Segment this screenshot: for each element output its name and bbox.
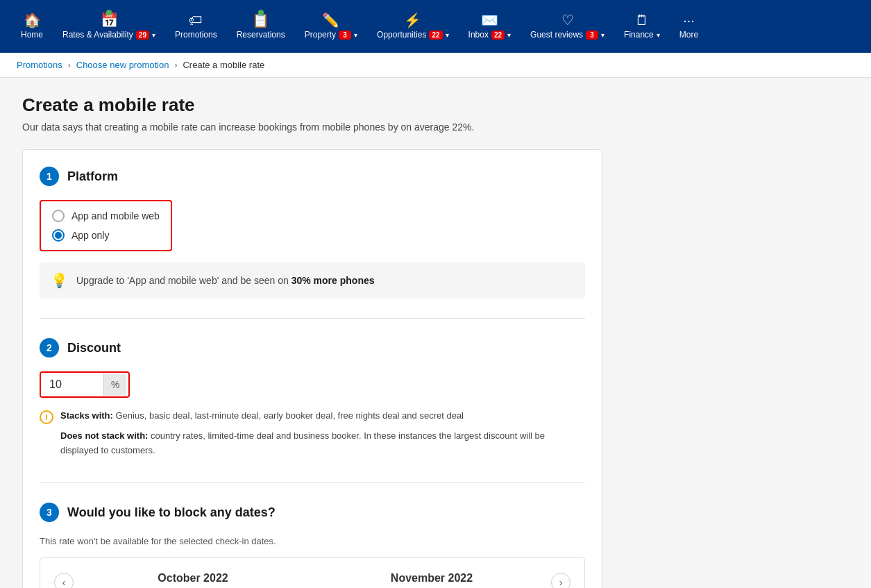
section-divider-2 [40,482,585,483]
nav-finance[interactable]: 🗒 Finance ▾ [614,0,670,53]
calendar-prev-button[interactable]: ‹ [54,573,74,588]
rates-chevron: ▾ [152,31,155,39]
platform-section-header: 1 Platform [40,167,585,186]
stacks-with-label: Stacks with: [60,410,113,421]
more-icon: ··· [683,13,695,27]
reservations-icon: 📋 [252,13,269,27]
nav-promotions[interactable]: 🏷 Promotions [165,0,227,53]
upgrade-box: 💡 Upgrade to 'App and mobile web' and be… [40,262,585,299]
block-dates-title: Would you like to block any dates? [67,505,276,520]
month2-title: November 2022 [323,572,540,585]
nav-home[interactable]: 🏠 Home [11,0,53,53]
discount-title: Discount [67,341,121,355]
nav-opportunities-label: Opportunities 22 ▾ [377,30,449,40]
radio-app-only-label: App only [71,230,109,241]
discount-info-text: Stacks with: Genius, basic deal, last-mi… [60,409,585,463]
info-icon: i [40,410,53,424]
form-card: 1 Platform App and mobile web App only 💡… [22,149,602,588]
month1-title: October 2022 [85,572,301,585]
discount-input-wrapper: % [40,371,130,398]
breadcrumb-sep-1: › [68,60,71,70]
promotions-icon: 🏷 [189,13,203,27]
nav-rates[interactable]: 📅 Rates & Availability 29 ▾ [53,0,165,53]
nav-finance-label: Finance ▾ [624,30,660,40]
platform-radio-group: App and mobile web App only [40,200,172,251]
nav-rates-label: Rates & Availability 29 ▾ [62,30,155,40]
discount-suffix: % [103,373,126,396]
nav-home-label: Home [21,30,43,40]
nav-guest-reviews[interactable]: ♡ Guest reviews 3 ▾ [521,0,614,53]
guest-reviews-icon: ♡ [561,13,574,27]
main-content: Create a mobile rate Our data says that … [0,78,625,588]
nav-opportunities[interactable]: ⚡ Opportunities 22 ▾ [367,0,459,53]
breadcrumb-sep-2: › [174,60,177,70]
nav-promotions-label: Promotions [175,30,217,40]
discount-section-header: 2 Discount [40,338,585,358]
block-dates-number: 3 [40,503,59,522]
block-dates-section-header: 3 Would you like to block any dates? [40,503,585,522]
inbox-icon: ✉️ [481,13,498,27]
home-icon: 🏠 [24,13,41,27]
nav-inbox-label: Inbox 22 ▾ [468,30,511,40]
calendar-container: ‹ October 2022 November 2022 › Su Mo Tu … [40,557,585,588]
page-subtitle: Our data says that creating a mobile rat… [22,121,602,133]
platform-number: 1 [40,167,59,186]
upgrade-text: Upgrade to 'App and mobile web' and be s… [76,275,375,286]
discount-input[interactable] [41,373,103,396]
opportunities-chevron: ▾ [446,31,449,39]
radio-circle-app-mobile-web [52,210,65,222]
lightbulb-icon: 💡 [51,272,68,289]
breadcrumb-choose-promotion[interactable]: Choose new promotion [76,60,169,70]
page-title: Create a mobile rate [22,94,602,116]
property-chevron: ▾ [354,31,357,39]
breadcrumb-current: Create a mobile rate [183,60,264,70]
breadcrumb-promotions[interactable]: Promotions [17,60,62,70]
guest-reviews-badge: 3 [586,31,598,40]
nav-more-label: More [679,30,698,40]
nav-inbox[interactable]: ✉️ Inbox 22 ▾ [459,0,521,53]
property-icon: ✏️ [322,13,339,27]
radio-app-mobile-web[interactable]: App and mobile web [52,210,160,222]
reservations-dot [258,10,264,15]
discount-info-box: i Stacks with: Genius, basic deal, last-… [40,409,585,463]
discount-number: 2 [40,338,59,358]
section-divider-1 [40,318,585,319]
rates-badge: 29 [136,31,149,40]
nav-reservations-label: Reservations [237,30,285,40]
platform-title: Platform [67,169,118,184]
finance-icon: 🗒 [635,13,649,27]
property-badge: 3 [339,31,351,40]
radio-app-mobile-web-label: App and mobile web [71,210,160,221]
opportunities-badge: 22 [429,31,442,40]
nav-property-label: Property 3 ▾ [305,30,357,40]
rates-icon: 📅 [101,13,118,27]
calendar-note: This rate won't be available for the sel… [40,536,585,546]
rates-dot [106,10,112,15]
navbar: 🏠 Home 📅 Rates & Availability 29 ▾ 🏷 Pro… [0,0,871,53]
nav-property[interactable]: ✏️ Property 3 ▾ [295,0,367,53]
radio-app-only[interactable]: App only [52,229,160,242]
nav-guest-reviews-label: Guest reviews 3 ▾ [530,30,604,40]
guest-reviews-chevron: ▾ [601,31,604,39]
stacks-with-value: Genius, basic deal, last-minute deal, ea… [115,410,464,421]
no-stack-label: Does not stack with: [60,430,148,441]
nav-reservations[interactable]: 📋 Reservations [227,0,295,53]
inbox-chevron: ▾ [507,31,511,39]
finance-chevron: ▾ [657,31,660,39]
inbox-badge: 22 [491,31,505,40]
nav-more[interactable]: ··· More [670,0,708,53]
radio-circle-app-only [52,229,65,242]
breadcrumb: Promotions › Choose new promotion › Crea… [0,53,871,78]
opportunities-icon: ⚡ [404,13,421,27]
calendar-next-button[interactable]: › [551,573,570,588]
